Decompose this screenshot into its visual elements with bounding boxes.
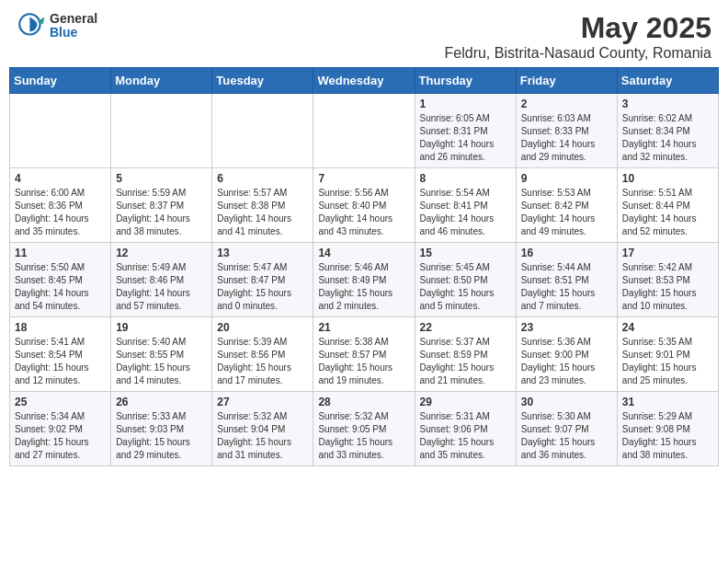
day-info: Sunrise: 5:33 AM Sunset: 9:03 PM Dayligh… — [116, 410, 207, 462]
calendar-cell: 18Sunrise: 5:41 AM Sunset: 8:54 PM Dayli… — [10, 317, 111, 392]
day-number: 9 — [521, 172, 612, 185]
day-info: Sunrise: 5:29 AM Sunset: 9:08 PM Dayligh… — [622, 410, 713, 462]
main-title: May 2025 — [445, 11, 712, 45]
calendar-cell: 25Sunrise: 5:34 AM Sunset: 9:02 PM Dayli… — [10, 392, 111, 466]
day-number: 1 — [420, 98, 511, 110]
day-number: 27 — [217, 396, 308, 408]
day-info: Sunrise: 5:57 AM Sunset: 8:38 PM Dayligh… — [217, 187, 308, 238]
day-info: Sunrise: 5:44 AM Sunset: 8:51 PM Dayligh… — [521, 261, 612, 313]
week-row-2: 4Sunrise: 6:00 AM Sunset: 8:36 PM Daylig… — [10, 168, 719, 243]
logo-general-text: General — [50, 12, 97, 26]
day-number: 22 — [420, 321, 511, 334]
logo-blue-text: Blue — [50, 26, 97, 40]
calendar-cell: 13Sunrise: 5:47 AM Sunset: 8:47 PM Dayli… — [212, 243, 313, 317]
calendar-cell: 16Sunrise: 5:44 AM Sunset: 8:51 PM Dayli… — [516, 243, 617, 317]
day-number: 12 — [116, 247, 207, 259]
calendar-cell — [212, 94, 313, 168]
calendar-cell — [111, 94, 212, 168]
calendar-cell: 20Sunrise: 5:39 AM Sunset: 8:56 PM Dayli… — [212, 317, 313, 392]
day-number: 29 — [420, 396, 511, 408]
day-info: Sunrise: 5:42 AM Sunset: 8:53 PM Dayligh… — [622, 261, 713, 313]
calendar-cell — [10, 94, 111, 168]
calendar-cell: 9Sunrise: 5:53 AM Sunset: 8:42 PM Daylig… — [516, 168, 617, 243]
day-info: Sunrise: 5:54 AM Sunset: 8:41 PM Dayligh… — [420, 187, 511, 238]
calendar-header: SundayMondayTuesdayWednesdayThursdayFrid… — [10, 68, 719, 94]
weekday-header-thursday: Thursday — [415, 68, 516, 94]
day-number: 4 — [15, 172, 106, 185]
day-number: 31 — [622, 396, 713, 408]
calendar-cell: 28Sunrise: 5:32 AM Sunset: 9:05 PM Dayli… — [313, 392, 415, 466]
day-number: 24 — [622, 321, 713, 334]
day-info: Sunrise: 5:46 AM Sunset: 8:49 PM Dayligh… — [318, 261, 409, 313]
day-info: Sunrise: 5:37 AM Sunset: 8:59 PM Dayligh… — [420, 336, 511, 387]
calendar-cell: 14Sunrise: 5:46 AM Sunset: 8:49 PM Dayli… — [313, 243, 415, 317]
day-info: Sunrise: 5:30 AM Sunset: 9:07 PM Dayligh… — [521, 410, 612, 462]
day-info: Sunrise: 5:38 AM Sunset: 8:57 PM Dayligh… — [318, 336, 409, 387]
day-number: 13 — [217, 247, 308, 259]
day-info: Sunrise: 5:45 AM Sunset: 8:50 PM Dayligh… — [420, 261, 511, 313]
day-number: 15 — [420, 247, 511, 259]
day-info: Sunrise: 5:51 AM Sunset: 8:44 PM Dayligh… — [622, 187, 713, 238]
day-number: 2 — [521, 98, 612, 110]
day-info: Sunrise: 5:47 AM Sunset: 8:47 PM Dayligh… — [217, 261, 308, 313]
day-info: Sunrise: 5:59 AM Sunset: 8:37 PM Dayligh… — [116, 187, 207, 238]
day-info: Sunrise: 5:32 AM Sunset: 9:05 PM Dayligh… — [318, 410, 409, 462]
calendar-cell: 19Sunrise: 5:40 AM Sunset: 8:55 PM Dayli… — [111, 317, 212, 392]
calendar-wrapper: SundayMondayTuesdayWednesdayThursdayFrid… — [0, 67, 728, 476]
calendar-cell — [313, 94, 415, 168]
calendar-cell: 3Sunrise: 6:02 AM Sunset: 8:34 PM Daylig… — [617, 94, 718, 168]
week-row-3: 11Sunrise: 5:50 AM Sunset: 8:45 PM Dayli… — [10, 243, 719, 317]
day-number: 19 — [116, 321, 207, 334]
weekday-header-friday: Friday — [516, 68, 617, 94]
logo-text: General Blue — [50, 12, 97, 40]
day-info: Sunrise: 5:32 AM Sunset: 9:04 PM Dayligh… — [217, 410, 308, 462]
day-number: 18 — [15, 321, 106, 334]
day-info: Sunrise: 5:40 AM Sunset: 8:55 PM Dayligh… — [116, 336, 207, 387]
calendar-cell: 10Sunrise: 5:51 AM Sunset: 8:44 PM Dayli… — [617, 168, 718, 243]
calendar-cell: 15Sunrise: 5:45 AM Sunset: 8:50 PM Dayli… — [415, 243, 516, 317]
day-number: 6 — [217, 172, 308, 185]
calendar-cell: 8Sunrise: 5:54 AM Sunset: 8:41 PM Daylig… — [415, 168, 516, 243]
page-header: General Blue May 2025 Feldru, Bistrita-N… — [0, 0, 728, 67]
logo-icon — [17, 11, 46, 40]
calendar-cell: 29Sunrise: 5:31 AM Sunset: 9:06 PM Dayli… — [415, 392, 516, 466]
calendar-body: 1Sunrise: 6:05 AM Sunset: 8:31 PM Daylig… — [10, 94, 719, 466]
calendar-cell: 2Sunrise: 6:03 AM Sunset: 8:33 PM Daylig… — [516, 94, 617, 168]
day-info: Sunrise: 5:56 AM Sunset: 8:40 PM Dayligh… — [318, 187, 409, 238]
calendar-cell: 7Sunrise: 5:56 AM Sunset: 8:40 PM Daylig… — [313, 168, 415, 243]
week-row-5: 25Sunrise: 5:34 AM Sunset: 9:02 PM Dayli… — [10, 392, 719, 466]
calendar-cell: 23Sunrise: 5:36 AM Sunset: 9:00 PM Dayli… — [516, 317, 617, 392]
weekday-header-row: SundayMondayTuesdayWednesdayThursdayFrid… — [10, 68, 719, 94]
day-info: Sunrise: 6:05 AM Sunset: 8:31 PM Dayligh… — [420, 112, 511, 164]
calendar-cell: 27Sunrise: 5:32 AM Sunset: 9:04 PM Dayli… — [212, 392, 313, 466]
day-info: Sunrise: 6:03 AM Sunset: 8:33 PM Dayligh… — [521, 112, 612, 164]
calendar-cell: 22Sunrise: 5:37 AM Sunset: 8:59 PM Dayli… — [415, 317, 516, 392]
week-row-1: 1Sunrise: 6:05 AM Sunset: 8:31 PM Daylig… — [10, 94, 719, 168]
calendar-table: SundayMondayTuesdayWednesdayThursdayFrid… — [9, 67, 719, 466]
day-number: 30 — [521, 396, 612, 408]
day-number: 11 — [15, 247, 106, 259]
day-number: 14 — [318, 247, 409, 259]
calendar-cell: 6Sunrise: 5:57 AM Sunset: 8:38 PM Daylig… — [212, 168, 313, 243]
weekday-header-sunday: Sunday — [10, 68, 111, 94]
weekday-header-wednesday: Wednesday — [313, 68, 415, 94]
subtitle: Feldru, Bistrita-Nasaud County, Romania — [445, 45, 712, 62]
day-number: 8 — [420, 172, 511, 185]
day-number: 5 — [116, 172, 207, 185]
day-number: 28 — [318, 396, 409, 408]
day-number: 25 — [15, 396, 106, 408]
calendar-cell: 24Sunrise: 5:35 AM Sunset: 9:01 PM Dayli… — [617, 317, 718, 392]
day-number: 16 — [521, 247, 612, 259]
day-number: 7 — [318, 172, 409, 185]
day-number: 23 — [521, 321, 612, 334]
weekday-header-tuesday: Tuesday — [212, 68, 313, 94]
calendar-cell: 26Sunrise: 5:33 AM Sunset: 9:03 PM Dayli… — [111, 392, 212, 466]
day-info: Sunrise: 5:34 AM Sunset: 9:02 PM Dayligh… — [15, 410, 106, 462]
day-info: Sunrise: 5:49 AM Sunset: 8:46 PM Dayligh… — [116, 261, 207, 313]
calendar-cell: 4Sunrise: 6:00 AM Sunset: 8:36 PM Daylig… — [10, 168, 111, 243]
title-block: May 2025 Feldru, Bistrita-Nasaud County,… — [445, 11, 712, 62]
calendar-cell: 21Sunrise: 5:38 AM Sunset: 8:57 PM Dayli… — [313, 317, 415, 392]
day-number: 20 — [217, 321, 308, 334]
day-number: 17 — [622, 247, 713, 259]
day-number: 26 — [116, 396, 207, 408]
